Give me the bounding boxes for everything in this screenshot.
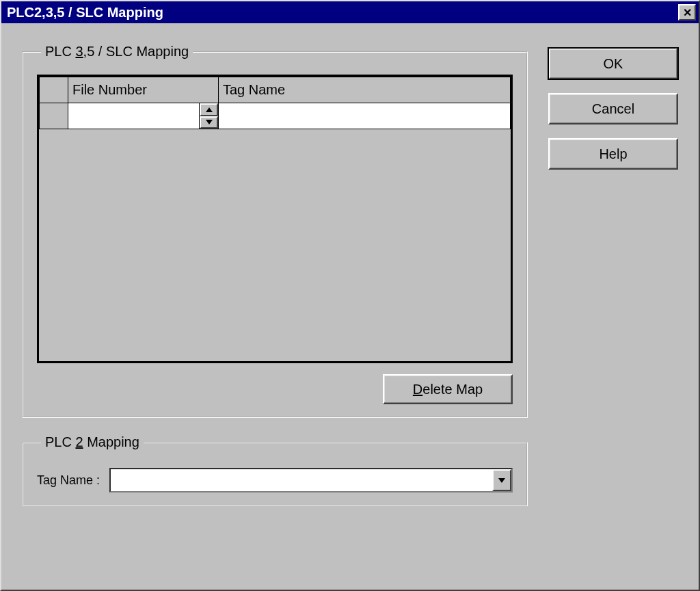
group-plc35-slc-mapping: PLC 3,5 / SLC Mapping File Number Tag Na… — [22, 44, 528, 418]
right-column: OK Cancel Help — [548, 44, 678, 170]
cancel-button[interactable]: Cancel — [548, 93, 678, 124]
group1-legend: PLC 3,5 / SLC Mapping — [41, 44, 193, 60]
chevron-down-icon — [206, 120, 213, 124]
tag-name-dropdown-value — [111, 469, 492, 491]
file-number-cell[interactable] — [68, 103, 219, 129]
close-icon[interactable]: ✕ — [678, 4, 696, 21]
spinner-up-button[interactable] — [200, 103, 218, 116]
titlebar: PLC2,3,5 / SLC Mapping ✕ — [1, 1, 699, 23]
tag-name-dropdown[interactable] — [109, 468, 513, 492]
file-number-input[interactable] — [68, 103, 199, 129]
file-number-spinner — [199, 103, 218, 129]
spinner-down-button[interactable] — [200, 116, 218, 129]
dialog-window: PLC2,3,5 / SLC Mapping ✕ PLC 3,5 / SLC M… — [0, 0, 700, 591]
chevron-up-icon — [206, 107, 213, 112]
dropdown-button[interactable] — [492, 469, 511, 491]
tag-name-cell[interactable] — [219, 103, 511, 129]
tag-name-input[interactable] — [219, 103, 510, 129]
mapping-table: File Number Tag Name — [39, 77, 511, 129]
window-title: PLC2,3,5 / SLC Mapping — [7, 5, 163, 21]
left-column: PLC 3,5 / SLC Mapping File Number Tag Na… — [22, 44, 528, 523]
table-row — [40, 103, 511, 129]
delete-map-button[interactable]: Delete Map — [383, 374, 513, 404]
column-header-file-number: File Number — [68, 77, 219, 103]
column-header-tag-name: Tag Name — [219, 77, 511, 103]
chevron-down-icon — [498, 478, 505, 483]
group2-legend: PLC 2 Mapping — [41, 434, 144, 450]
grid-corner-cell — [40, 77, 68, 103]
group-plc2-mapping: PLC 2 Mapping Tag Name : — [22, 434, 528, 506]
mapping-grid[interactable]: File Number Tag Name — [37, 75, 513, 363]
row-header-cell[interactable] — [40, 103, 68, 129]
help-button[interactable]: Help — [548, 138, 678, 170]
ok-button[interactable]: OK — [548, 48, 678, 79]
tag-name-label: Tag Name : — [37, 473, 100, 488]
dialog-content: PLC 3,5 / SLC Mapping File Number Tag Na… — [1, 23, 699, 536]
